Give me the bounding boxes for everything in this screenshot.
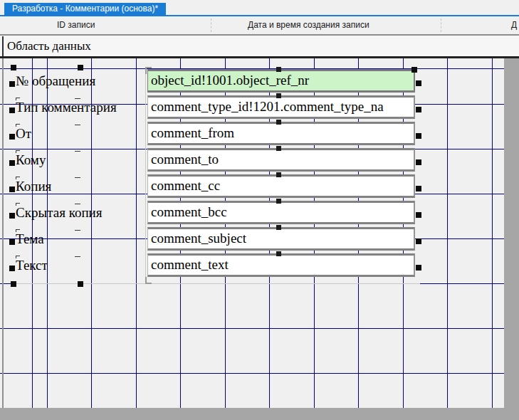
field-comment-type-name[interactable]: comment_type_id!1201.comment_type_na xyxy=(147,95,415,119)
page-left-margin-line xyxy=(2,58,4,408)
field-comment-text[interactable]: comment_text xyxy=(147,253,415,277)
column-separator xyxy=(211,19,211,32)
selection-handle[interactable] xyxy=(9,81,15,87)
label-request-number[interactable]: № обращения xyxy=(16,70,137,92)
selection-tick xyxy=(16,229,16,232)
selection-handle[interactable] xyxy=(78,281,83,287)
selection-bracket xyxy=(145,283,152,284)
band-title: Область данных xyxy=(7,36,91,56)
label-comment-type[interactable]: Тип комментария xyxy=(16,96,137,118)
selection-handle[interactable] xyxy=(276,172,281,177)
column-header-created-datetime[interactable]: Дата и время создания записи xyxy=(248,16,369,34)
selection-handle[interactable] xyxy=(11,281,16,287)
data-band-header[interactable]: Область данных xyxy=(0,36,519,56)
selection-handle[interactable] xyxy=(276,225,281,230)
column-header-record-id[interactable]: ID записи xyxy=(57,16,95,34)
band-left-border xyxy=(2,36,4,56)
selection-handle[interactable] xyxy=(9,187,15,192)
column-header-truncated[interactable]: Д xyxy=(511,16,517,34)
selection-handle[interactable] xyxy=(416,80,421,86)
selection-handle[interactable] xyxy=(276,67,281,72)
selection-handle[interactable] xyxy=(416,186,421,191)
label-subject[interactable]: Тема xyxy=(16,228,137,250)
field-comment-subject[interactable]: comment_subject xyxy=(147,227,415,251)
selection-tick xyxy=(75,98,80,99)
label-to[interactable]: Кому xyxy=(16,149,137,171)
selection-tick xyxy=(75,151,80,152)
selection-frame-bottom xyxy=(13,283,420,284)
form-designer-window: Разработка - Комментарии (основа)* ID за… xyxy=(0,0,519,420)
field-comment-cc[interactable]: comment_cc xyxy=(147,174,415,198)
selection-handle[interactable] xyxy=(9,107,15,113)
selection-handle[interactable] xyxy=(416,107,421,112)
selection-handle[interactable] xyxy=(416,265,421,271)
field-comment-to[interactable]: comment_to xyxy=(147,148,415,172)
label-from[interactable]: От xyxy=(16,122,137,145)
selection-frame-left xyxy=(145,68,146,284)
selection-tick xyxy=(16,203,16,206)
selection-handle[interactable] xyxy=(276,251,281,256)
field-comment-from[interactable]: comment_from xyxy=(147,122,415,145)
selection-tick xyxy=(75,177,80,178)
selection-handle[interactable] xyxy=(276,146,281,151)
field-object-ref-nr[interactable]: object_id!1001.object_ref_nr xyxy=(147,69,415,93)
selection-handle[interactable] xyxy=(9,134,15,140)
tab-development-comments[interactable]: Разработка - Комментарии (основа)* xyxy=(4,3,166,15)
selection-bracket xyxy=(145,67,147,74)
selection-handle[interactable] xyxy=(276,199,281,204)
label-bcc[interactable]: Скрытая копия xyxy=(16,201,137,224)
label-text[interactable]: Текст xyxy=(16,254,137,276)
selection-tick xyxy=(75,230,80,231)
selection-tick xyxy=(16,150,16,153)
selection-handle[interactable] xyxy=(411,67,417,73)
selection-handle[interactable] xyxy=(416,159,421,165)
selection-handle[interactable] xyxy=(78,65,83,70)
selection-handle[interactable] xyxy=(416,133,421,139)
selection-tick xyxy=(16,124,16,127)
outside-page-area-bottom xyxy=(0,408,519,420)
outside-page-area-right xyxy=(504,58,519,420)
label-cc[interactable]: Копия xyxy=(16,175,137,197)
selection-handle[interactable] xyxy=(416,238,421,244)
selection-tick xyxy=(16,177,16,179)
selection-handle[interactable] xyxy=(9,239,15,245)
selection-handle[interactable] xyxy=(9,213,15,219)
selection-tick xyxy=(75,204,80,204)
selection-tick xyxy=(16,98,16,100)
selection-tick xyxy=(16,256,16,258)
selection-handle[interactable] xyxy=(9,160,15,166)
selection-tick xyxy=(75,256,80,257)
selection-handle[interactable] xyxy=(276,93,281,98)
selection-handle[interactable] xyxy=(11,65,16,70)
selection-handle[interactable] xyxy=(276,120,281,125)
selection-tick xyxy=(75,125,80,125)
field-comment-bcc[interactable]: comment_bcc xyxy=(147,201,415,224)
selection-handle[interactable] xyxy=(9,266,15,271)
selection-handle[interactable] xyxy=(416,212,421,218)
column-separator xyxy=(441,19,441,32)
